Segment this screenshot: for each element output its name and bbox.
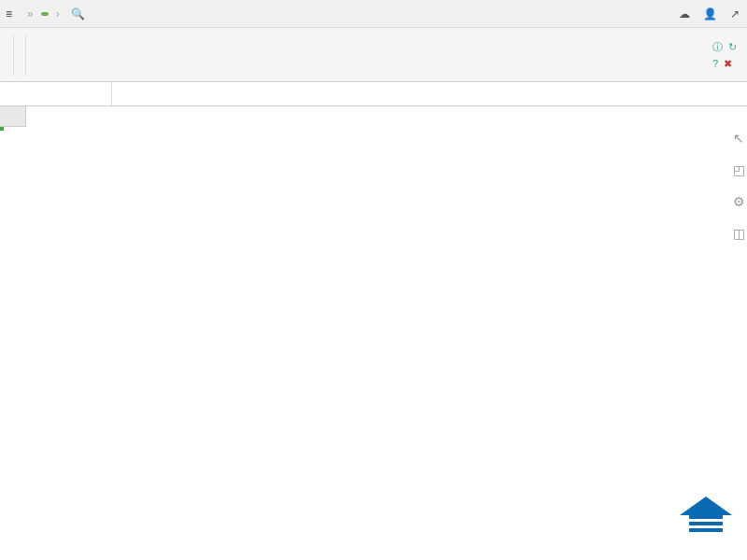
chevron-right-icon[interactable]: ›: [56, 7, 60, 21]
share-icon: ↗: [730, 7, 740, 21]
person-icon: 👤: [703, 7, 717, 21]
cell-reference-box[interactable]: [0, 82, 112, 105]
side-panel-icons: ↖ ◰ ⚙ ◫: [730, 131, 747, 241]
guide-link[interactable]: ⓘ ↻: [712, 40, 740, 54]
cursor-icon[interactable]: ↖: [733, 131, 744, 146]
help-icon: ?: [712, 58, 718, 69]
feedback-link[interactable]: ? ✖: [712, 58, 740, 70]
panel-icon[interactable]: ◰: [733, 162, 745, 177]
cloud-icon: ☁: [679, 7, 690, 21]
hamburger-icon[interactable]: ≡: [6, 7, 12, 21]
formula-bar: [0, 82, 747, 106]
tab-active[interactable]: [41, 12, 49, 16]
refresh-icon[interactable]: ↻: [728, 41, 737, 53]
menubar: ≡ » › 🔍 ☁ 👤 ↗: [0, 0, 747, 28]
search-icon: 🔍: [71, 7, 85, 21]
layers-icon[interactable]: ◫: [733, 226, 745, 241]
select-all-corner[interactable]: [0, 106, 26, 127]
toolbar: ⓘ ↻ ? ✖: [0, 28, 747, 82]
share-button[interactable]: ↗: [730, 7, 741, 21]
toolbar-separator: [13, 35, 14, 76]
house-icon: [680, 497, 732, 541]
toolbar-right: ⓘ ↻ ? ✖: [712, 40, 740, 70]
separator: »: [27, 7, 34, 21]
close-icon[interactable]: ✖: [724, 58, 732, 70]
info-icon: ⓘ: [712, 40, 723, 54]
modify-status[interactable]: ☁: [679, 7, 692, 21]
watermark-logo: [678, 495, 740, 543]
toolbar-separator: [25, 35, 26, 76]
collab-button[interactable]: 👤: [703, 7, 719, 21]
spreadsheet-area: [0, 106, 747, 560]
selection-box: [0, 127, 4, 131]
settings-icon[interactable]: ⚙: [733, 194, 745, 209]
